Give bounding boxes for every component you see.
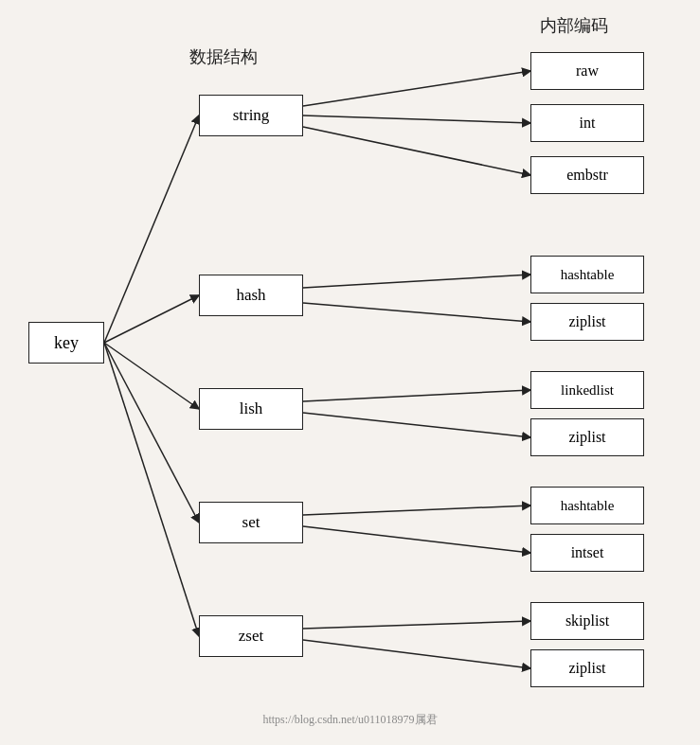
node-lish: lish <box>199 388 303 430</box>
node-ziplist1: ziplist <box>530 303 644 341</box>
svg-line-7 <box>303 127 530 175</box>
svg-line-9 <box>303 303 530 322</box>
node-skiplist: skiplist <box>530 602 644 640</box>
node-hashtable2: hashtable <box>530 487 644 524</box>
node-set: set <box>199 502 303 543</box>
svg-line-6 <box>303 115 530 123</box>
svg-line-13 <box>303 526 530 553</box>
node-raw: raw <box>530 52 644 90</box>
diagram: { "labels": { "cn_structure": "数据结构", "c… <box>0 0 700 745</box>
svg-line-11 <box>303 413 530 437</box>
node-embstr: embstr <box>530 156 644 194</box>
node-string: string <box>199 95 303 136</box>
svg-line-2 <box>104 343 199 409</box>
node-hash: hash <box>199 275 303 316</box>
node-linkedlist: linkedlist <box>530 371 644 409</box>
node-ziplist3: ziplist <box>530 649 644 687</box>
node-int: int <box>530 104 644 142</box>
label-internal-encoding: 内部编码 <box>540 14 608 37</box>
node-ziplist2: ziplist <box>530 418 644 456</box>
node-hashtable1: hashtable <box>530 256 644 293</box>
svg-line-10 <box>303 390 530 401</box>
node-zset: zset <box>199 615 303 657</box>
label-data-structure: 数据结构 <box>189 45 258 68</box>
node-key: key <box>28 322 104 364</box>
svg-line-14 <box>303 621 530 629</box>
svg-line-0 <box>104 115 199 343</box>
watermark: https://blog.csdn.net/u011018979属君 <box>262 712 437 728</box>
svg-line-3 <box>104 343 199 523</box>
svg-line-12 <box>303 506 530 515</box>
node-intset: intset <box>530 534 644 572</box>
svg-line-1 <box>104 295 199 343</box>
svg-line-5 <box>303 71 530 106</box>
svg-line-8 <box>303 275 530 288</box>
svg-line-4 <box>104 343 199 636</box>
svg-line-15 <box>303 640 530 668</box>
